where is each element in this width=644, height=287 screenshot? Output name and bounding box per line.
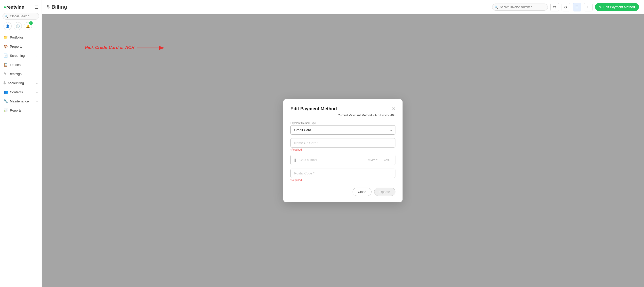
billing-dollar-icon: $ — [47, 4, 49, 10]
modal-close-button[interactable]: ✕ — [392, 107, 395, 111]
sidebar-search-wrap: 🔍 — [0, 13, 42, 22]
card-details-group: ▮ Card number MM/YY CVC — [290, 155, 395, 165]
annotation-text: Pick Credit Card or ACH — [85, 45, 134, 50]
invoice-search-wrap: 🔍 — [492, 4, 548, 11]
chevron-down-icon: ⌄ — [36, 45, 38, 48]
topbar-right: 🔍 ⚖ ⚙ ☰ ⊔ ✎ Edit Payment Method — [492, 3, 639, 11]
card-row: ▮ Card number MM/YY CVC — [290, 155, 395, 165]
update-button[interactable]: Update — [374, 188, 395, 196]
list-view-button[interactable]: ☰ — [573, 3, 581, 11]
history-icon-btn[interactable]: 🕐 — [14, 22, 22, 30]
sidebar-item-contacts[interactable]: 👥 Contacts ⌄ — [0, 87, 42, 97]
sidebar-item-label: Leases — [10, 63, 21, 67]
payment-method-select-wrap: Credit Card ACH ⌄ — [290, 125, 395, 135]
expiry-placeholder[interactable]: MM/YY — [366, 158, 379, 162]
chevron-down-icon: ⌄ — [36, 81, 38, 85]
sidebar-item-accounting[interactable]: $ Accounting ⌄ — [0, 78, 42, 87]
edit-payment-method-button[interactable]: ✎ Edit Payment Method — [595, 3, 639, 11]
payment-method-type-label: Payment Method Type — [290, 122, 395, 124]
sidebar-item-reports[interactable]: 📊 Reports — [0, 106, 42, 115]
home-icon: 🏠 — [4, 44, 8, 48]
sidebar-search-icon: 🔍 — [5, 15, 8, 18]
sidebar-item-label: Screening — [10, 54, 25, 58]
sidebar-item-label: Maintenance — [10, 99, 29, 103]
modal-title: Edit Payment Method — [290, 106, 337, 112]
invoice-search-icon: 🔍 — [495, 5, 498, 9]
sidebar-item-portfolios[interactable]: 📁 Portfolios — [0, 33, 42, 42]
sidebar-item-label: Property — [10, 45, 22, 48]
chevron-down-icon: ⌄ — [36, 54, 38, 57]
contacts-icon: 👥 — [4, 90, 8, 94]
sidebar-item-label: Portfolios — [10, 35, 24, 39]
content-area: No vendors found Pick Credit Card or ACH — [42, 14, 644, 287]
payment-method-type-group: Payment Method Type Credit Card ACH ⌄ — [290, 122, 395, 135]
page-title: Billing — [51, 4, 67, 10]
current-method-text: Current Payment Method - ACH xxxx-8468 — [290, 114, 395, 117]
modal-overlay: Pick Credit Card or ACH Edit Payment Met… — [42, 14, 644, 287]
reports-icon: 📊 — [4, 108, 8, 112]
name-required-note: *Required — [290, 148, 395, 151]
card-number-placeholder[interactable]: Card number — [300, 158, 363, 162]
sidebar-item-label: Contacts — [10, 90, 23, 94]
rentsign-icon: ✎ — [4, 72, 7, 76]
profile-icon-btn[interactable]: 👤 — [4, 22, 12, 30]
invoice-search-input[interactable] — [492, 4, 548, 11]
sidebar-item-leases[interactable]: 📋 Leases — [0, 60, 42, 69]
accounting-icon: $ — [4, 81, 6, 85]
postal-code-group: *Required — [290, 169, 395, 182]
chevron-down-icon: ⌄ — [36, 100, 38, 103]
lease-icon: 📋 — [4, 63, 8, 67]
card-chip-icon: ▮ — [294, 157, 297, 162]
edit-payment-modal: Edit Payment Method ✕ Current Payment Me… — [283, 99, 403, 202]
hamburger-icon[interactable]: ☰ — [34, 5, 38, 10]
topbar: $ Billing 🔍 ⚖ ⚙ ☰ ⊔ ✎ Edit Payment Metho… — [42, 0, 644, 14]
postal-required-note: *Required — [290, 179, 395, 182]
notification-icon-btn[interactable]: 🔔 1 — [24, 22, 32, 30]
sidebar-icon-bar: 👤 🕐 🔔 1 — [0, 22, 42, 33]
sidebar-item-label: Reports — [10, 109, 22, 112]
postal-code-input[interactable] — [290, 169, 395, 178]
sidebar-item-label: Rentsign — [9, 72, 22, 76]
annotation-arrow — [137, 44, 167, 52]
sidebar-item-screening[interactable]: 📄 Screening ⌄ — [0, 51, 42, 60]
close-button[interactable]: Close — [353, 188, 372, 196]
notification-badge: 1 — [29, 21, 33, 25]
sidebar-item-label: Accounting — [8, 81, 24, 85]
grid-view-button[interactable]: ⊔ — [584, 3, 593, 11]
topbar-left: $ Billing — [47, 4, 67, 10]
modal-footer: Close Update — [290, 188, 395, 196]
sidebar-header: ●rentvine ☰ — [0, 3, 42, 13]
name-on-card-input[interactable] — [290, 138, 395, 148]
cvc-placeholder[interactable]: CVC — [382, 158, 392, 162]
payment-method-select[interactable]: Credit Card ACH — [290, 125, 395, 135]
sidebar-item-maintenance[interactable]: 🔧 Maintenance ⌄ — [0, 97, 42, 106]
sidebar-nav: 📁 Portfolios 🏠 Property ⌄ 📄 Screening ⌄ … — [0, 33, 42, 115]
annotation-wrap: Pick Credit Card or ACH — [85, 44, 167, 52]
filter-button[interactable]: ⚖ — [550, 3, 559, 11]
maintenance-icon: 🔧 — [4, 99, 8, 103]
sidebar-item-property[interactable]: 🏠 Property ⌄ — [0, 42, 42, 51]
chevron-down-icon: ⌄ — [36, 91, 38, 94]
settings-button[interactable]: ⚙ — [562, 3, 570, 11]
name-on-card-group: *Required — [290, 138, 395, 151]
main-area: $ Billing 🔍 ⚖ ⚙ ☰ ⊔ ✎ Edit Payment Metho… — [42, 0, 644, 287]
edit-icon: ✎ — [599, 5, 602, 9]
app-logo: ●rentvine — [4, 5, 24, 10]
modal-header: Edit Payment Method ✕ — [290, 106, 395, 112]
portfolio-icon: 📁 — [4, 35, 8, 39]
sidebar-item-rentsign[interactable]: ✎ Rentsign — [0, 69, 42, 78]
sidebar: ●rentvine ☰ 🔍 👤 🕐 🔔 1 📁 Portfolios 🏠 Pro… — [0, 0, 42, 287]
screening-icon: 📄 — [4, 53, 8, 58]
